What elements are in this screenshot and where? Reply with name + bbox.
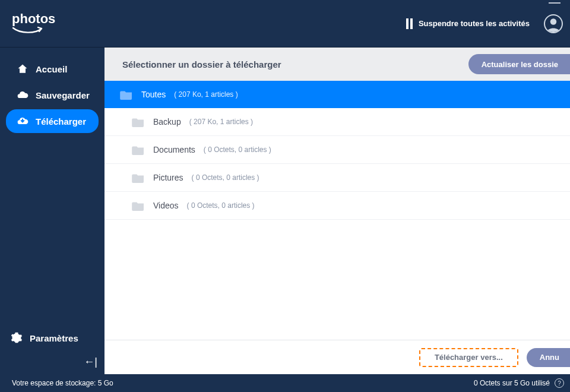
folder-icon: [132, 116, 145, 127]
content-subheader: Sélectionner un dossier à télécharger Ac…: [104, 48, 570, 81]
app-logo: photos: [12, 11, 55, 36]
subheader-title: Sélectionner un dossier à télécharger: [122, 59, 281, 69]
cancel-label: Annu: [540, 353, 559, 362]
sidebar-item-label: Télécharger: [36, 116, 86, 127]
sidebar-item-parametres[interactable]: Paramètres: [0, 326, 104, 350]
sidebar-item-sauvegarder[interactable]: Sauvegarder: [6, 83, 99, 107]
suspend-label: Suspendre toutes les activités: [419, 19, 530, 28]
folder-name: Pictures: [153, 173, 183, 182]
folder-meta: ( 207 Ko, 1 articles ): [189, 118, 253, 126]
avatar[interactable]: [544, 14, 563, 33]
folder-icon: [132, 200, 145, 211]
folder-meta: ( 0 Octets, 0 articles ): [204, 146, 271, 154]
folder-row-videos[interactable]: Videos ( 0 Octets, 0 articles ): [104, 192, 570, 220]
folder-name: Backup: [153, 117, 181, 127]
sidebar-item-accueil[interactable]: Accueil: [6, 57, 99, 81]
sidebar-item-label: Sauvegarder: [36, 90, 90, 100]
gear-icon: [11, 332, 23, 344]
cancel-button[interactable]: Annu: [527, 348, 570, 367]
action-bar: Télécharger vers... Annu: [104, 340, 570, 374]
minimize-icon[interactable]: [549, 2, 560, 4]
folder-meta: ( 0 Octets, 0 articles ): [192, 173, 259, 182]
refresh-folders-button[interactable]: Actualiser les dossie: [468, 54, 570, 74]
refresh-label: Actualiser les dossie: [482, 60, 558, 69]
folder-row-pictures[interactable]: Pictures ( 0 Octets, 0 articles ): [104, 164, 570, 192]
sidebar: Accueil Sauvegarder Télécharger: [0, 48, 104, 374]
folder-meta: ( 207 Ko, 1 articles ): [174, 90, 238, 99]
pause-icon: [406, 18, 413, 29]
folder-icon: [132, 144, 145, 155]
collapse-icon: ←|: [84, 356, 97, 368]
content-pane: Sélectionner un dossier à télécharger Ac…: [104, 48, 570, 374]
folder-row-documents[interactable]: Documents ( 0 Octets, 0 articles ): [104, 136, 570, 164]
settings-label: Paramètres: [30, 333, 78, 343]
sidebar-item-telecharger[interactable]: Télécharger: [6, 109, 99, 133]
download-label: Télécharger vers...: [435, 353, 503, 362]
status-footer: Votre espace de stockage: 5 Go 0 Octets …: [0, 374, 570, 392]
person-icon: [545, 15, 562, 32]
folder-icon: [120, 89, 133, 100]
folder-meta: ( 0 Octets, 0 articles ): [187, 201, 255, 210]
collapse-sidebar-button[interactable]: ←|: [0, 353, 104, 374]
folder-row-toutes[interactable]: Toutes ( 207 Ko, 1 articles ): [104, 81, 570, 108]
folder-list: Toutes ( 207 Ko, 1 articles ) Backup ( 2…: [104, 81, 570, 340]
logo-text: photos: [12, 11, 55, 27]
help-icon[interactable]: ?: [555, 378, 564, 388]
home-icon: [17, 63, 28, 75]
sidebar-item-label: Accueil: [36, 64, 67, 74]
folder-row-backup[interactable]: Backup ( 207 Ko, 1 articles ): [104, 108, 570, 136]
cloud-icon: [17, 89, 28, 101]
cloud-download-icon: [17, 115, 28, 127]
suspend-all-button[interactable]: Suspendre toutes les activités: [406, 18, 530, 29]
svg-point-0: [550, 18, 557, 25]
folder-name: Toutes: [141, 90, 166, 99]
folder-icon: [132, 172, 145, 183]
usage-label: 0 Octets sur 5 Go utilisé: [474, 379, 550, 387]
app-header: photos Suspendre toutes les activités: [0, 0, 570, 48]
folder-name: Videos: [153, 201, 179, 210]
smile-icon: [12, 26, 44, 36]
storage-label: Votre espace de stockage: 5 Go: [12, 379, 113, 387]
download-to-button[interactable]: Télécharger vers...: [419, 348, 518, 367]
folder-name: Documents: [153, 145, 195, 154]
